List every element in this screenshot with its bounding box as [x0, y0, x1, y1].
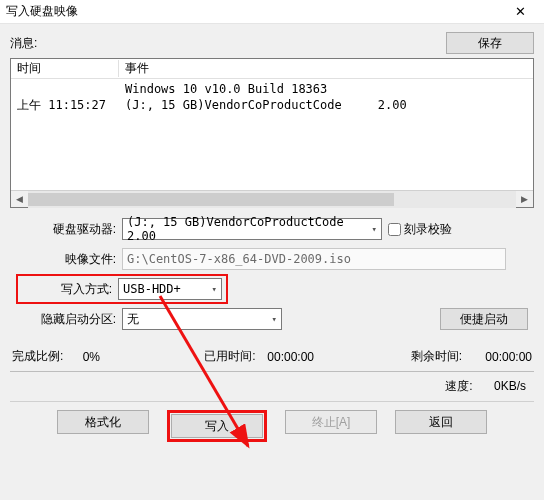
remain-label: 剩余时间:: [411, 348, 462, 365]
write-button[interactable]: 写入: [171, 414, 263, 438]
image-file-label: 映像文件:: [16, 251, 122, 268]
chevron-down-icon: ▾: [372, 224, 377, 234]
log-box: 时间 事件 Windows 10 v10.0 Build 18363 上午 11…: [10, 58, 534, 208]
chevron-down-icon: ▾: [272, 314, 277, 324]
drive-dropdown[interactable]: (J:, 15 GB)VendorCoProductCode 2.00 ▾: [122, 218, 382, 240]
highlight-write-button: 写入: [167, 410, 267, 442]
write-mode-label: 写入方式:: [22, 281, 118, 298]
remain-value: 00:00:00: [462, 350, 532, 364]
image-file-field: G:\CentOS-7-x86_64-DVD-2009.iso: [122, 248, 506, 270]
done-label: 完成比例:: [12, 348, 63, 365]
col-time-header: 时间: [11, 60, 119, 77]
hide-boot-label: 隐藏启动分区:: [16, 311, 122, 328]
log-row: Windows 10 v10.0 Build 18363: [11, 81, 533, 97]
speed-row: 速度: 0KB/s: [10, 378, 534, 395]
easy-boot-button[interactable]: 便捷启动: [440, 308, 528, 330]
status-row: 完成比例: 0% 已用时间: 00:00:00 剩余时间: 00:00:00: [10, 348, 534, 365]
scroll-thumb[interactable]: [28, 193, 394, 206]
burn-verify-checkbox[interactable]: 刻录校验: [388, 221, 452, 238]
highlight-write-mode: 写入方式: USB-HDD+ ▾: [16, 274, 228, 304]
hide-boot-dropdown[interactable]: 无 ▾: [122, 308, 282, 330]
back-button[interactable]: 返回: [395, 410, 487, 434]
message-label: 消息:: [10, 35, 446, 52]
title-bar: 写入硬盘映像 ✕: [0, 0, 544, 24]
log-header: 时间 事件: [11, 59, 533, 79]
h-scrollbar[interactable]: ◀ ▶: [11, 190, 533, 207]
checkbox-input[interactable]: [388, 223, 401, 236]
button-row: 格式化 写入 终止[A] 返回: [10, 410, 534, 450]
divider: [10, 371, 534, 372]
scroll-right-icon[interactable]: ▶: [516, 191, 533, 208]
speed-value: 0KB/s: [476, 379, 526, 393]
elapsed-value: 00:00:00: [256, 350, 326, 364]
col-event-header: 事件: [119, 60, 533, 77]
log-row: 上午 11:15:27 (J:, 15 GB)VendorCoProductCo…: [11, 97, 533, 113]
scroll-left-icon[interactable]: ◀: [11, 191, 28, 208]
drive-label: 硬盘驱动器:: [16, 221, 122, 238]
abort-button: 终止[A]: [285, 410, 377, 434]
elapsed-label: 已用时间:: [204, 348, 255, 365]
save-button[interactable]: 保存: [446, 32, 534, 54]
window-title: 写入硬盘映像: [6, 3, 502, 20]
speed-label: 速度:: [445, 379, 472, 393]
divider: [10, 401, 534, 402]
done-value: 0%: [63, 350, 119, 364]
chevron-down-icon: ▾: [212, 284, 217, 294]
write-mode-dropdown[interactable]: USB-HDD+ ▾: [118, 278, 222, 300]
format-button[interactable]: 格式化: [57, 410, 149, 434]
close-icon[interactable]: ✕: [502, 4, 538, 19]
